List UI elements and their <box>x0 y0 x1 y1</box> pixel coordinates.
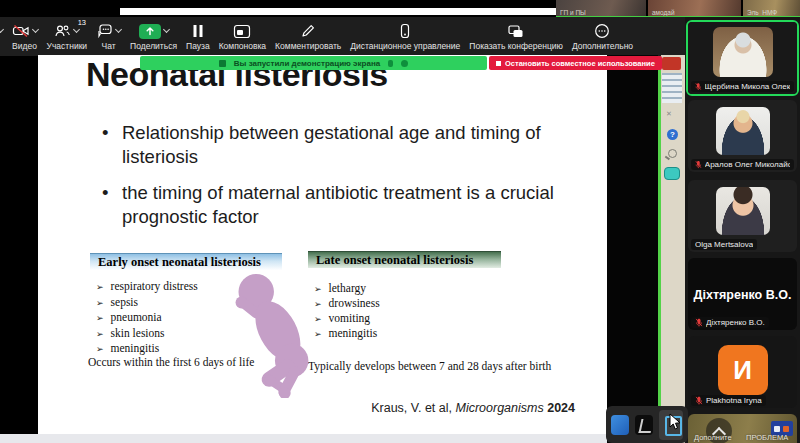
participant-tile[interactable]: Аралов Олег Миколайович <box>688 100 797 172</box>
video-thumbnail[interactable]: ГП и ПЫ <box>556 0 646 17</box>
background-app-icon <box>662 57 681 70</box>
participants-icon <box>54 23 71 39</box>
background-app-button <box>664 167 680 180</box>
participant-tile[interactable]: Діхтяренко В.О. Діхтяренко В.О. <box>688 258 797 330</box>
chevron-down-icon[interactable] <box>163 26 170 33</box>
participant-avatar <box>716 187 770 235</box>
participant-video <box>713 27 773 77</box>
taskbar-app-icon[interactable] <box>635 415 653 435</box>
toolbar-label: Поделиться <box>130 42 177 51</box>
participant-name-label: Щербина Микола Олександ <box>691 81 794 92</box>
toolbar-label: Участники <box>47 42 88 51</box>
list-item: skin lesions <box>111 327 165 339</box>
list-item: meningitis <box>329 327 378 339</box>
slide-bullets: Relationship between gestational age and… <box>100 121 570 241</box>
slide-citation: Kraus, V. et al, Microorganisms 2024 <box>371 401 575 415</box>
window-bottom-edge <box>0 434 607 443</box>
share-screen-button[interactable]: Поделиться <box>126 17 182 56</box>
late-onset-footer: Typically develops between 7 and 28 days… <box>308 360 551 372</box>
arrow-marker: ➢ <box>96 298 104 308</box>
chat-button[interactable]: Чат <box>92 17 126 56</box>
annotate-button[interactable]: Комментировать <box>271 17 346 56</box>
list-item: respiratory distress <box>111 280 198 292</box>
citation-journal: Microorganisms <box>456 401 544 415</box>
participant-initial-avatar: И <box>718 345 768 395</box>
participant-name: Olga Mertsalova <box>695 240 753 249</box>
toolbar-label: Дополнительно <box>572 42 633 51</box>
stop-sharing-label: Остановить совместное использование <box>505 59 655 68</box>
mouse-cursor <box>669 413 682 431</box>
video-thumbnail[interactable]: амодай <box>648 0 741 17</box>
inset-glyph <box>774 426 780 432</box>
late-onset-list: ➢lethargy ➢drowsiness ➢vomiting ➢meningi… <box>314 281 380 341</box>
participant-tile[interactable]: Дополните ПРОБЛЕМА <box>688 414 797 443</box>
background-gap <box>607 55 658 443</box>
pencil-icon <box>300 23 316 39</box>
citation-authors: Kraus, V. et al, <box>371 401 455 415</box>
video-overlay-text: ПРОБЛЕМА <box>746 433 788 442</box>
toolbar-label: Пауза <box>186 42 210 51</box>
list-item: vomiting <box>329 312 371 324</box>
shared-slide: Neonatal listeriosis Relationship betwee… <box>38 55 607 434</box>
citation-year: 2024 <box>544 401 575 415</box>
participant-tile[interactable]: Olga Mertsalova <box>688 180 797 252</box>
mute-audio-button[interactable]: Звук <box>0 17 7 56</box>
inset-glyph <box>783 426 789 432</box>
participant-name-label: Діхтяренко В.О. <box>691 317 769 328</box>
zoom-meeting-screen: ГП и ПЫ амодай Эль_НМФ Звук <box>0 0 800 443</box>
list-item: sepsis <box>111 296 138 308</box>
participant-name-label: Аралов Олег Миколайович <box>691 159 794 170</box>
banner-text: Вы запустили демонстрацию экрана <box>234 59 380 68</box>
stop-sharing-button[interactable]: Остановить совместное использование <box>489 56 662 70</box>
toolbar-label: Комментировать <box>275 42 341 51</box>
zoom-toolbar: Звук Видео 13 <box>0 17 700 56</box>
chevron-down-icon[interactable] <box>115 26 122 33</box>
muted-mic-icon <box>695 160 702 169</box>
camera-muted-icon <box>12 23 30 39</box>
chevron-down-icon[interactable] <box>73 26 80 33</box>
taskbar-app-icon[interactable] <box>611 415 629 435</box>
toolbar-label: Показать конференцию <box>469 42 563 51</box>
banner-screen-icon <box>219 60 226 67</box>
show-conference-button[interactable]: Показать конференцию <box>465 17 568 56</box>
arrow-marker: ➢ <box>96 282 104 292</box>
more-ellipsis-icon <box>594 23 610 39</box>
list-item: meningitis <box>111 342 160 354</box>
list-item: drowsiness <box>329 297 380 309</box>
remote-control-button[interactable]: Дистанционное управление <box>346 17 465 56</box>
participants-count-badge: 13 <box>78 18 86 27</box>
start-video-button[interactable]: Видео <box>7 17 42 56</box>
chevron-down-icon[interactable] <box>0 26 4 33</box>
layout-button[interactable]: Компоновка <box>214 17 270 56</box>
share-border-right <box>658 56 661 443</box>
banner-check-icon <box>401 60 408 67</box>
more-button[interactable]: Дополнительно <box>567 17 637 56</box>
bullet-item: the timing of maternal antibiotic treatm… <box>100 181 570 230</box>
participant-tile[interactable]: Щербина Микола Олександ <box>686 20 799 96</box>
chevron-down-icon[interactable] <box>31 26 38 33</box>
participant-name: Діхтяренко В.О. <box>706 318 765 327</box>
muted-mic-icon <box>695 396 703 405</box>
background-app-text <box>662 73 682 103</box>
participant-name-label: Plakhotna Iryna <box>691 395 766 406</box>
video-thumbnail[interactable]: Эль_НМФ <box>743 0 800 17</box>
pause-icon <box>192 24 204 38</box>
magnifier-icon <box>668 149 677 158</box>
chat-icon <box>96 23 113 39</box>
participant-avatar <box>716 107 770 155</box>
toolbar-label: Видео <box>12 42 37 51</box>
toolbar-label: Компоновка <box>219 42 266 51</box>
arrow-marker: ➢ <box>96 329 104 339</box>
banner-pin-icon <box>388 60 393 67</box>
background-app-sliver: ✕ ? <box>661 55 685 443</box>
show-conference-icon <box>507 24 525 39</box>
help-icon: ? <box>667 129 678 140</box>
pause-share-button[interactable]: Пауза <box>182 17 215 56</box>
participant-name: Аралов Олег Миколайович <box>705 160 790 169</box>
participants-button[interactable]: 13 Участники <box>42 17 92 56</box>
stop-square-icon <box>496 61 501 66</box>
bullet-item: Relationship between gestational age and… <box>100 121 570 170</box>
toolbar-label: Чат <box>102 42 116 51</box>
participant-tile[interactable]: И Plakhotna Iryna <box>688 336 797 408</box>
close-icon: ✕ <box>666 110 672 118</box>
